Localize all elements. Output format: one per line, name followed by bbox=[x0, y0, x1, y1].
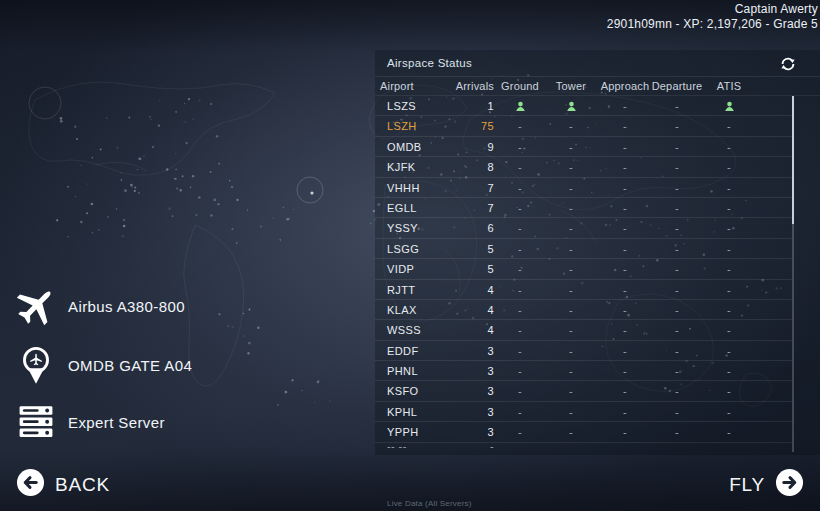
atc-status-departure: - bbox=[647, 320, 707, 340]
atc-status-approach: - bbox=[595, 198, 655, 218]
arrivals-count: 7 bbox=[430, 178, 494, 198]
atc-status-atis: - bbox=[699, 218, 759, 238]
back-arrow-icon bbox=[16, 468, 45, 501]
atc-status-tower: - bbox=[541, 320, 601, 340]
atc-status-departure: - bbox=[647, 239, 707, 259]
airspace-row-egll[interactable]: EGLL7----- bbox=[375, 198, 792, 218]
atc-status-atis: - bbox=[699, 157, 759, 177]
aircraft-selector[interactable]: Airbus A380-800 bbox=[13, 284, 185, 328]
atc-status-tower: - bbox=[541, 361, 601, 381]
airport-code: PHNL bbox=[387, 361, 418, 381]
atc-status-departure: - bbox=[647, 157, 707, 177]
atc-status-tower: - bbox=[541, 198, 601, 218]
airspace-row-klax[interactable]: KLAX4----- bbox=[375, 300, 792, 320]
table-scrollbar-thumb[interactable] bbox=[792, 96, 794, 224]
fly-label: FLY bbox=[729, 474, 765, 496]
airspace-row-rjtt[interactable]: RJTT4----- bbox=[375, 280, 792, 300]
airspace-row-vidp[interactable]: VIDP5----- bbox=[375, 259, 792, 279]
arrivals-count: 8 bbox=[430, 157, 494, 177]
airspace-row-omdb[interactable]: OMDB9----- bbox=[375, 137, 792, 157]
atc-status-approach: - bbox=[595, 96, 655, 116]
atc-status-tower bbox=[541, 96, 601, 116]
airspace-status-panel: Airspace Status AirportArrivalsGroundTow… bbox=[375, 50, 820, 455]
server-selector[interactable]: Expert Server bbox=[13, 401, 165, 443]
airport-code: LSGG bbox=[387, 239, 419, 259]
atc-status-tower: - bbox=[541, 280, 601, 300]
atc-status-atis: - bbox=[699, 341, 759, 361]
arrivals-count: 3 bbox=[430, 422, 494, 442]
airport-code: VIDP bbox=[387, 259, 414, 279]
arrivals-count: 3 bbox=[430, 361, 494, 381]
arrivals-count: 3 bbox=[430, 341, 494, 361]
atc-status-departure: - bbox=[647, 341, 707, 361]
atc-status-atis: - bbox=[699, 361, 759, 381]
server-icon bbox=[13, 401, 59, 443]
atc-status-atis: - bbox=[699, 259, 759, 279]
airspace-row-vhhh[interactable]: VHHH7----- bbox=[375, 178, 792, 198]
atc-status-atis: - bbox=[699, 137, 759, 157]
airspace-row-eddf[interactable]: EDDF3----- bbox=[375, 341, 792, 361]
atc-status-atis: - bbox=[699, 178, 759, 198]
server-label: Expert Server bbox=[68, 414, 165, 431]
fly-button[interactable]: FLY bbox=[729, 468, 804, 501]
airport-code: -- -- bbox=[387, 443, 407, 450]
column-header-arrivals: Arrivals bbox=[430, 77, 494, 96]
airspace-row-phnl[interactable]: PHNL3----- bbox=[375, 361, 792, 381]
column-header-airport: Airport bbox=[380, 77, 414, 96]
atc-status-tower: - bbox=[541, 218, 601, 238]
user-name: Captain Awerty bbox=[607, 2, 818, 16]
airspace-row-wsss[interactable]: WSSS4----- bbox=[375, 320, 792, 340]
arrivals-count: 6 bbox=[430, 218, 494, 238]
airspace-row-kphl[interactable]: KPHL3----- bbox=[375, 402, 792, 422]
arrivals-count: 1 bbox=[430, 96, 494, 116]
spawn-location-selector[interactable]: OMDB GATE A04 bbox=[13, 340, 192, 390]
atc-status-departure: - bbox=[647, 280, 707, 300]
atc-status-departure: - bbox=[647, 198, 707, 218]
panel-title-row: Airspace Status bbox=[375, 50, 820, 77]
atc-status-atis: - bbox=[699, 320, 759, 340]
airport-code: EDDF bbox=[387, 341, 419, 361]
airport-code: KLAX bbox=[387, 300, 417, 320]
atc-status-approach: - bbox=[595, 239, 655, 259]
airspace-row-lszh[interactable]: LSZH75----- bbox=[375, 116, 792, 136]
atc-status-approach: - bbox=[595, 300, 655, 320]
atc-status-departure: - bbox=[647, 381, 707, 401]
atc-status-departure: - bbox=[647, 402, 707, 422]
table-rows: LSZS1--LSZH75-----OMDB9-----KJFK8-----VH… bbox=[375, 96, 820, 451]
back-button[interactable]: BACK bbox=[16, 468, 110, 501]
airport-code: KSFO bbox=[387, 381, 419, 401]
airspace-row-yssy[interactable]: YSSY6----- bbox=[375, 218, 792, 238]
panel-title: Airspace Status bbox=[387, 50, 472, 77]
atc-status-approach: - bbox=[595, 381, 655, 401]
arrivals-count: 5 bbox=[430, 259, 494, 279]
atc-status-approach: - bbox=[595, 116, 655, 136]
atc-status-departure: - bbox=[647, 178, 707, 198]
airspace-row-lszs[interactable]: LSZS1-- bbox=[375, 96, 792, 116]
arrivals-count: 5 bbox=[430, 239, 494, 259]
atc-status-tower: - bbox=[541, 137, 601, 157]
arrivals-count: 4 bbox=[430, 280, 494, 300]
airspace-row-kjfk[interactable]: KJFK8----- bbox=[375, 157, 792, 177]
airspace-row-ksfo[interactable]: KSFO3----- bbox=[375, 381, 792, 401]
atc-status-approach: - bbox=[595, 320, 655, 340]
arrivals-count: 4 bbox=[430, 320, 494, 340]
refresh-icon[interactable] bbox=[780, 56, 796, 72]
atc-status-departure: - bbox=[647, 137, 707, 157]
airspace-row-lsgg[interactable]: LSGG5----- bbox=[375, 239, 792, 259]
main-menu-screen: Captain Awerty 2901h09mn - XP: 2,197,206… bbox=[0, 0, 820, 511]
atc-status-tower: - bbox=[541, 239, 601, 259]
spawn-location-label: OMDB GATE A04 bbox=[68, 357, 192, 374]
table-scrollbar[interactable] bbox=[792, 96, 794, 452]
column-header-departure: Departure bbox=[647, 77, 707, 96]
atc-status-atis: - bbox=[699, 198, 759, 218]
airport-code: LSZH bbox=[387, 116, 417, 136]
column-header-atis: ATIS bbox=[699, 77, 759, 96]
atc-status-departure: - bbox=[647, 259, 707, 279]
airport-code: YPPH bbox=[387, 422, 419, 442]
atc-status-atis: - bbox=[699, 422, 759, 442]
arrivals-count: 75 bbox=[430, 116, 494, 136]
atc-status-departure: - bbox=[647, 422, 707, 442]
arrivals-count: 7 bbox=[430, 198, 494, 218]
atc-status-atis: - bbox=[699, 402, 759, 422]
airspace-row-ypph[interactable]: YPPH3----- bbox=[375, 422, 792, 442]
